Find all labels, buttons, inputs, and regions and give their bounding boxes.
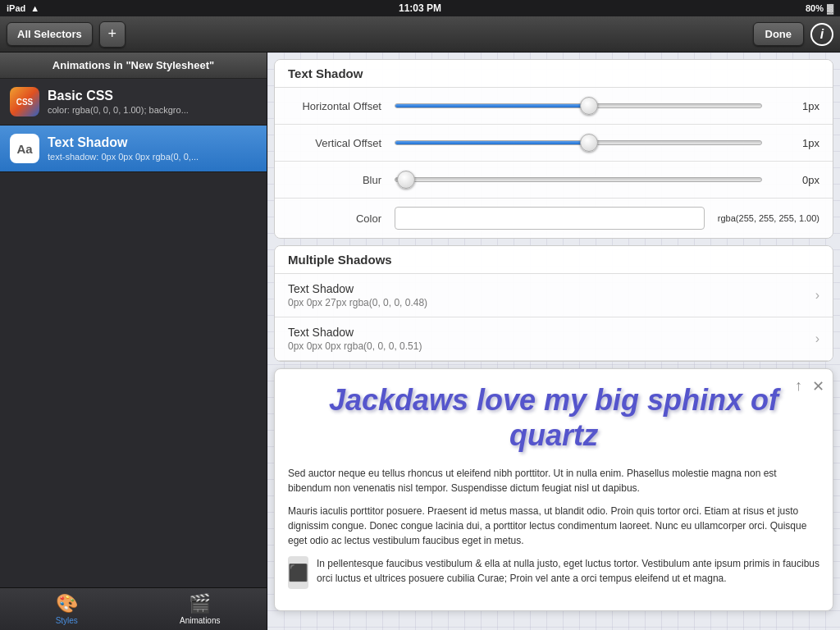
preview-card: ↑ ✕ Jackdaws love my big sphinx of quart… [274, 368, 833, 611]
styles-icon: 🎨 [56, 593, 78, 614]
preview-paragraph-2: In pellentesque faucibus vestibulum & el… [317, 556, 819, 586]
close-preview-button[interactable]: ✕ [812, 377, 824, 395]
horizontal-offset-slider[interactable] [395, 96, 762, 116]
color-swatch[interactable] [395, 207, 705, 230]
selector-info-text-shadow: Text Shadow text-shadow: 0px 0px 0px rgb… [48, 135, 257, 162]
top-toolbar: All Selectors + Done i [0, 16, 840, 52]
selector-icon-basic: CSS [10, 87, 39, 116]
done-button[interactable]: Done [753, 22, 805, 46]
battery-icon: ▓ [827, 3, 833, 13]
blur-thumb[interactable] [397, 171, 415, 189]
blur-track [395, 177, 762, 182]
status-bar: iPad ▲ 11:03 PM 80% ▓ [0, 0, 840, 16]
blur-value: 0px [762, 174, 819, 186]
color-row: Color rgba(255, 255, 255, 1.00) [275, 199, 833, 238]
horizontal-offset-value: 1px [762, 100, 819, 112]
add-selector-button[interactable]: + [99, 21, 126, 48]
horizontal-offset-label: Horizontal Offset [288, 100, 395, 112]
horizontal-offset-thumb[interactable] [580, 97, 598, 115]
bottom-tabs: 🎨 Styles 🎬 Animations [0, 587, 267, 630]
selector-name-text-shadow: Text Shadow [48, 135, 257, 150]
blur-label: Blur [288, 174, 395, 186]
time-display: 11:03 PM [399, 2, 441, 14]
multiple-shadows-title: Multiple Shadows [275, 246, 833, 274]
selector-css-text-shadow: text-shadow: 0px 0px 0px rgba(0, 0,... [48, 152, 257, 162]
right-panel: Text Shadow Horizontal Offset 1px Vertic… [267, 52, 840, 630]
vertical-offset-slider[interactable] [395, 133, 762, 153]
animations-icon: 🎬 [189, 593, 211, 614]
shadow-value-0: 0px 0px 27px rgba(0, 0, 0, 0.48) [288, 297, 815, 308]
multiple-shadows-section: Multiple Shadows Text Shadow 0px 0px 27p… [274, 245, 833, 362]
wifi-icon: ▲ [30, 3, 39, 13]
vertical-offset-track [395, 140, 762, 145]
chevron-right-icon-1: › [815, 331, 819, 346]
all-selectors-button[interactable]: All Selectors [7, 22, 93, 46]
tab-animations[interactable]: 🎬 Animations [134, 588, 267, 630]
shadow-row-info-1: Text Shadow 0px 0px 0px rgba(0, 0, 0, 0.… [288, 326, 815, 352]
shadow-value-1: 0px 0px 0px rgba(0, 0, 0, 0.51) [288, 340, 815, 352]
preview-paragraph-0: Sed auctor neque eu tellus rhoncus ut el… [288, 466, 819, 495]
blur-row: Blur 0px [275, 162, 833, 199]
animations-tab-label: Animations [180, 616, 220, 625]
shadow-row-info-0: Text Shadow 0px 0px 27px rgba(0, 0, 0, 0… [288, 282, 815, 308]
vertical-offset-value: 1px [762, 137, 819, 149]
selector-css-basic: color: rgba(0, 0, 0, 1.00); backgro... [48, 105, 257, 115]
selector-name-basic: Basic CSS [48, 89, 257, 103]
status-bar-left: iPad ▲ [7, 3, 39, 13]
text-shadow-title: Text Shadow [275, 60, 833, 88]
battery-label: 80% [806, 3, 824, 13]
selector-item-text-shadow[interactable]: Aa Text Shadow text-shadow: 0px 0px 0px … [0, 126, 267, 172]
info-button[interactable]: i [810, 23, 833, 46]
blur-slider[interactable] [395, 170, 762, 189]
tab-styles[interactable]: 🎨 Styles [0, 588, 134, 630]
preview-actions: ↑ ✕ [795, 377, 824, 395]
selector-icon-text: Aa [10, 134, 39, 163]
main-layout: Animations in "New Stylesheet" CSS Basic… [0, 52, 840, 630]
chevron-right-icon-0: › [815, 288, 819, 303]
status-bar-right: 80% ▓ [806, 3, 833, 13]
stylesheet-header: Animations in "New Stylesheet" [0, 52, 267, 79]
move-up-button[interactable]: ↑ [795, 377, 802, 395]
shadow-name-1: Text Shadow [288, 326, 815, 339]
color-value: rgba(255, 255, 255, 1.00) [705, 213, 819, 223]
vertical-offset-fill [395, 141, 589, 144]
text-shadow-section: Text Shadow Horizontal Offset 1px Vertic… [274, 59, 833, 239]
preview-paragraph-1: Mauris iaculis porttitor posuere. Praese… [288, 504, 819, 548]
shadow-name-0: Text Shadow [288, 282, 815, 295]
horizontal-offset-row: Horizontal Offset 1px [275, 88, 833, 125]
preview-image-icon: ⬛ [288, 556, 308, 589]
selector-info-basic: Basic CSS color: rgba(0, 0, 0, 1.00); ba… [48, 89, 257, 115]
shadow-row-1[interactable]: Text Shadow 0px 0px 0px rgba(0, 0, 0, 0.… [275, 317, 833, 361]
left-panel: Animations in "New Stylesheet" CSS Basic… [0, 52, 267, 630]
selector-item-basic-css[interactable]: CSS Basic CSS color: rgba(0, 0, 0, 1.00)… [0, 79, 267, 126]
carrier-label: iPad [7, 3, 25, 13]
horizontal-offset-fill [395, 104, 589, 107]
horizontal-offset-track [395, 103, 762, 108]
shadow-row-0[interactable]: Text Shadow 0px 0px 27px rgba(0, 0, 0, 0… [275, 274, 833, 317]
styles-tab-label: Styles [56, 616, 78, 625]
vertical-offset-label: Vertical Offset [288, 137, 395, 149]
vertical-offset-row: Vertical Offset 1px [275, 125, 833, 162]
vertical-offset-thumb[interactable] [580, 134, 598, 152]
preview-heading: Jackdaws love my big sphinx of quartz [288, 382, 819, 453]
color-label: Color [288, 212, 395, 225]
